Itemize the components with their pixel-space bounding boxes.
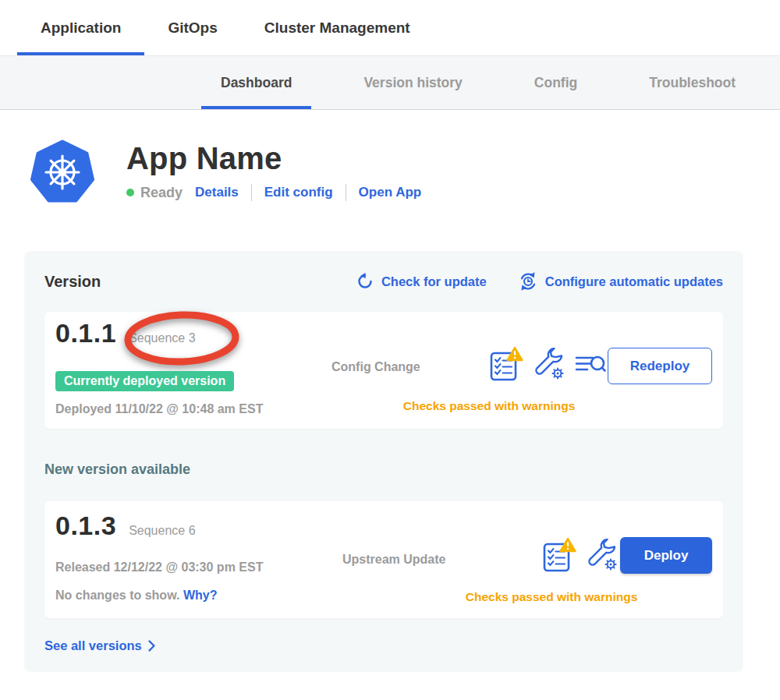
- checks-status-text: Checks passed with warnings: [395, 590, 707, 604]
- refresh-icon: [356, 272, 374, 291]
- chevron-right-icon: [147, 639, 156, 652]
- app-name-title: App Name: [126, 141, 421, 176]
- app-sub-nav: Dashboard Version history Config Trouble…: [0, 56, 780, 110]
- checks-status-text: Checks passed with warnings: [333, 399, 645, 413]
- details-link[interactable]: Details: [195, 185, 239, 200]
- no-changes-line: No changes to show. Why?: [55, 589, 217, 603]
- top-nav-label: Cluster Management: [264, 19, 410, 37]
- divider: [346, 184, 346, 201]
- page: Application GitOps Cluster Management Da…: [0, 0, 780, 700]
- redeploy-button[interactable]: Redeploy: [608, 348, 712, 384]
- current-version-line: 0.1.1 Sequence 3: [55, 318, 196, 348]
- app-header-text: App Name Ready Details Edit config Open …: [126, 140, 421, 205]
- new-version-heading: New version available: [44, 461, 723, 478]
- tab-label: Config: [534, 75, 577, 91]
- version-panel-title: Version: [44, 273, 101, 291]
- top-nav-item-application[interactable]: Application: [17, 0, 144, 55]
- preflight-checks-icon[interactable]: [542, 537, 576, 573]
- version-source-type: Config Change: [332, 360, 420, 374]
- app-status-row: Ready Details Edit config Open App: [126, 184, 421, 201]
- available-version-card: 0.1.3 Sequence 6 Released 12/12/22 @ 03:…: [44, 501, 723, 618]
- app-header: App Name Ready Details Edit config Open …: [30, 140, 780, 205]
- currently-deployed-badge: Currently deployed version: [55, 371, 234, 391]
- version-panel-actions: Check for update Configure automat: [356, 271, 723, 292]
- top-nav-item-cluster-management[interactable]: Cluster Management: [241, 0, 434, 55]
- why-link[interactable]: Why?: [183, 589, 218, 602]
- status-dot-icon: [126, 189, 134, 196]
- see-all-versions-link[interactable]: See all versions: [44, 638, 723, 653]
- tab-version-history[interactable]: Version history: [344, 56, 481, 109]
- available-version-line: 0.1.3 Sequence 6: [55, 511, 196, 541]
- current-version-sequence: Sequence 3: [129, 331, 195, 345]
- app-status: Ready: [126, 185, 183, 201]
- tab-label: Version history: [363, 75, 462, 91]
- tab-label: Troubleshoot: [649, 75, 736, 91]
- version-panel-header: Version Check for update: [44, 270, 723, 293]
- configure-automatic-updates-label: Configure automatic updates: [545, 274, 723, 289]
- edit-config-wrench-icon[interactable]: [534, 348, 565, 380]
- top-nav-item-gitops[interactable]: GitOps: [144, 0, 240, 55]
- check-for-update-label: Check for update: [381, 274, 487, 289]
- top-nav-label: Application: [41, 19, 121, 37]
- top-nav: Application GitOps Cluster Management: [0, 0, 780, 56]
- available-version-number: 0.1.3: [55, 511, 116, 541]
- tab-label: Dashboard: [221, 75, 292, 91]
- open-app-link[interactable]: Open App: [359, 185, 422, 200]
- status-text: Ready: [140, 185, 183, 201]
- preflight-checks-icon[interactable]: [489, 346, 523, 382]
- edit-config-link[interactable]: Edit config: [264, 185, 333, 200]
- top-nav-label: GitOps: [168, 19, 217, 37]
- current-version-icons: [489, 346, 608, 382]
- configure-automatic-updates-button[interactable]: Configure automatic updates: [518, 271, 723, 292]
- kubernetes-logo-icon: [30, 140, 95, 205]
- current-version-number: 0.1.1: [55, 318, 116, 348]
- available-version-sequence: Sequence 6: [129, 524, 195, 538]
- version-source-type: Upstream Update: [342, 553, 445, 567]
- see-all-versions-label: See all versions: [44, 638, 142, 653]
- divider: [251, 184, 252, 201]
- check-for-update-button[interactable]: Check for update: [356, 272, 487, 291]
- deploy-button[interactable]: Deploy: [620, 537, 712, 574]
- version-panel: Version Check for update: [24, 251, 743, 672]
- edit-config-wrench-icon[interactable]: [587, 539, 618, 571]
- no-changes-text: No changes to show.: [55, 589, 179, 602]
- current-version-card: 0.1.1 Sequence 3 Currently deployed vers…: [44, 312, 723, 429]
- tab-config[interactable]: Config: [515, 56, 597, 109]
- tab-troubleshoot[interactable]: Troubleshoot: [629, 56, 755, 109]
- clock-refresh-icon: [518, 271, 538, 292]
- released-timestamp: Released 12/12/22 @ 03:30 pm EST: [55, 560, 263, 574]
- view-diff-icon[interactable]: [575, 351, 608, 377]
- tab-dashboard[interactable]: Dashboard: [201, 56, 311, 109]
- available-version-icons: [542, 537, 618, 573]
- deployed-timestamp: Deployed 11/10/22 @ 10:48 am EST: [55, 402, 263, 416]
